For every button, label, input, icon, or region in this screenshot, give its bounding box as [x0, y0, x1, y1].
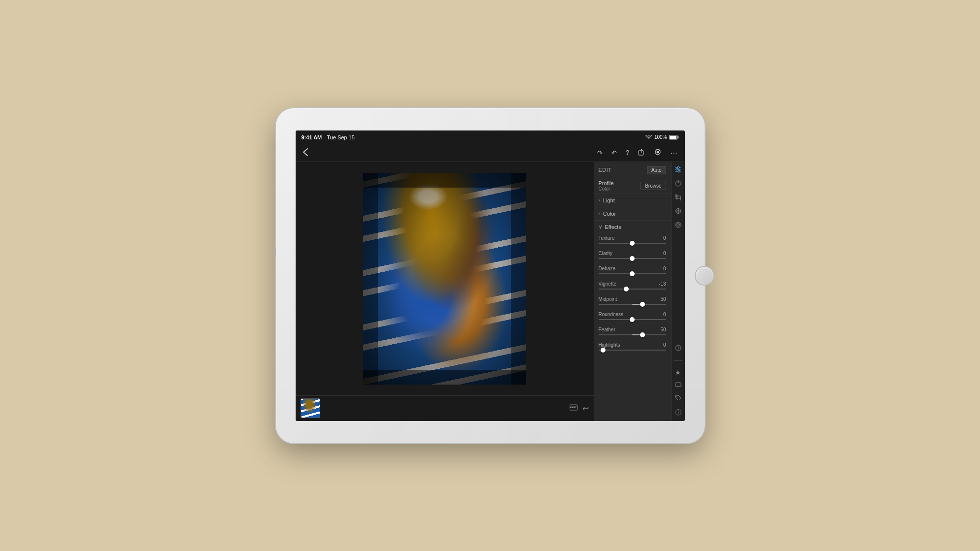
rating-icon[interactable]: ★ — [675, 369, 681, 376]
filmstrip-undo-icon[interactable]: ↩ — [582, 404, 589, 413]
effects-header[interactable]: ∨ Effects — [594, 221, 671, 233]
midpoint-track[interactable] — [599, 304, 666, 305]
effects-label: Effects — [605, 224, 621, 230]
sync-button[interactable] — [652, 148, 664, 158]
toolbar: ↷ ↶ ? — [296, 144, 685, 162]
dehaze-slider-row: Dehaze 0 — [594, 264, 671, 279]
dehaze-label: Dehaze — [599, 266, 615, 271]
dehaze-thumb[interactable] — [630, 271, 635, 276]
texture-slider-row: Texture 0 — [594, 233, 671, 249]
vignette-label: Vignette — [599, 281, 617, 287]
light-arrow-icon: › — [599, 197, 600, 203]
svg-point-15 — [677, 166, 679, 168]
side-button — [274, 249, 276, 256]
share-button[interactable] — [636, 148, 647, 158]
profile-subtitle: Color — [599, 186, 614, 192]
effects-arrow-icon: ∨ — [599, 224, 602, 229]
texture-track[interactable] — [599, 243, 666, 244]
profile-title: Profile — [599, 180, 614, 186]
color-label: Color — [603, 211, 616, 217]
status-bar: 9:41 AM Tue Sep 15 100% — [296, 130, 685, 144]
texture-value: 0 — [663, 235, 666, 241]
svg-rect-2 — [670, 136, 676, 139]
svg-rect-10 — [572, 407, 574, 408]
clarity-slider-row: Clarity 0 — [594, 249, 671, 264]
roundness-slider-row: Roundness 0 — [594, 310, 671, 325]
undo-button[interactable]: ↶ — [609, 148, 619, 158]
vignette-value: -13 — [659, 281, 666, 287]
presets-icon[interactable] — [675, 180, 681, 188]
clarity-track[interactable] — [599, 258, 666, 259]
filmstrip: ↩ — [296, 395, 594, 421]
back-button[interactable] — [301, 147, 310, 159]
clarity-thumb[interactable] — [630, 256, 635, 261]
roundness-track[interactable] — [599, 319, 666, 320]
roundness-thumb[interactable] — [630, 317, 635, 322]
more-button[interactable]: ··· — [669, 148, 680, 158]
crop-icon[interactable] — [675, 194, 681, 202]
profile-row: Profile Color Browse — [594, 177, 671, 194]
filmstrip-thumbnail[interactable] — [301, 398, 320, 418]
effects-section: ∨ Effects Texture 0 — [594, 220, 671, 356]
history-icon[interactable] — [675, 345, 681, 353]
wifi-icon — [645, 135, 652, 140]
svg-rect-24 — [676, 383, 681, 387]
svg-point-22 — [677, 224, 678, 225]
side-icons: ★ — [671, 162, 685, 421]
status-time: 9:41 AM — [302, 134, 322, 140]
clarity-value: 0 — [663, 251, 666, 256]
midpoint-label: Midpoint — [599, 296, 617, 302]
edit-header: EDIT Auto — [594, 162, 671, 177]
filmstrip-share-icon[interactable] — [570, 404, 578, 413]
color-arrow-icon: › — [599, 211, 600, 216]
vignette-track[interactable] — [599, 289, 666, 290]
feather-thumb[interactable] — [640, 332, 645, 337]
highlights-value: 0 — [663, 342, 666, 348]
comments-icon[interactable] — [675, 382, 681, 389]
svg-point-6 — [656, 151, 659, 153]
texture-thumb[interactable] — [630, 241, 635, 246]
redo-button[interactable]: ↷ — [595, 148, 605, 158]
roundness-value: 0 — [663, 312, 666, 317]
dehaze-track[interactable] — [599, 273, 666, 274]
clarity-label: Clarity — [599, 251, 612, 256]
battery-percentage: 100% — [654, 134, 667, 140]
right-panel: EDIT Auto Profile Color Browse › — [594, 162, 685, 421]
color-section[interactable]: › Color — [594, 207, 671, 220]
feather-value: 50 — [660, 327, 666, 332]
help-button[interactable]: ? — [624, 148, 631, 157]
info-icon[interactable]: ⓘ — [675, 408, 681, 417]
svg-rect-3 — [639, 151, 643, 155]
dehaze-value: 0 — [663, 266, 666, 271]
healing-icon[interactable] — [675, 208, 681, 216]
midpoint-slider-row: Midpoint 50 — [594, 294, 671, 310]
highlights-thumb[interactable] — [601, 348, 606, 353]
feather-slider-row: Feather 50 — [594, 325, 671, 340]
vignette-thumb[interactable] — [624, 287, 629, 292]
roundness-label: Roundness — [599, 312, 624, 317]
adjust-icon[interactable] — [675, 166, 681, 174]
svg-point-17 — [678, 170, 680, 172]
edit-label: EDIT — [599, 167, 612, 173]
tags-icon[interactable] — [675, 395, 681, 402]
midpoint-thumb[interactable] — [640, 302, 645, 307]
svg-rect-9 — [570, 407, 572, 408]
highlights-track[interactable] — [599, 350, 666, 351]
vignette-slider-row: Vignette -13 — [594, 279, 671, 294]
feather-label: Feather — [599, 327, 615, 332]
auto-button[interactable]: Auto — [647, 166, 666, 174]
svg-rect-11 — [574, 407, 575, 408]
photo-container[interactable] — [296, 162, 594, 395]
masking-icon[interactable] — [675, 222, 681, 229]
svg-point-16 — [676, 168, 678, 170]
highlights-slider-row: Highlights 0 — [594, 340, 671, 356]
browse-button[interactable]: Browse — [641, 182, 666, 190]
photo-area: ↩ — [296, 162, 594, 421]
ipad-screen: 9:41 AM Tue Sep 15 100% — [296, 130, 685, 421]
light-label: Light — [603, 197, 615, 203]
icon-separator — [674, 360, 682, 361]
light-section[interactable]: › Light — [594, 194, 671, 207]
feather-track[interactable] — [599, 334, 666, 335]
home-button[interactable] — [696, 267, 713, 285]
edit-panel: EDIT Auto Profile Color Browse › — [594, 162, 671, 421]
